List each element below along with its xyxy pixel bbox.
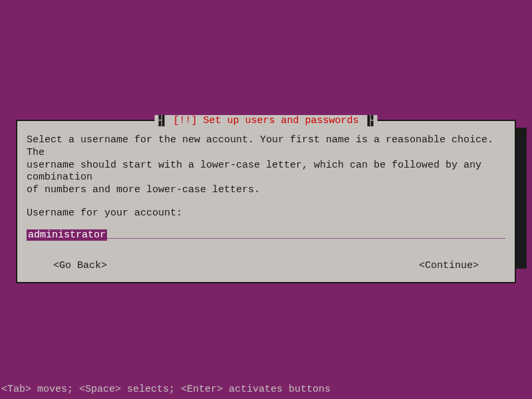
button-row: <Go Back> <Continue>: [27, 260, 505, 271]
title-border-right: ├: [368, 115, 374, 126]
dialog-title: [!!] Set up users and passwords: [170, 115, 361, 126]
statusbar: <Tab> moves; <Space> selects; <Enter> ac…: [1, 384, 331, 395]
instruction-text: Select a username for the new account. Y…: [27, 134, 505, 197]
username-input-line[interactable]: administrator __________________________…: [27, 229, 505, 241]
setup-dialog: ┤ [!!] Set up users and passwords ├ Sele…: [16, 120, 516, 283]
dialog-title-wrap: ┤ [!!] Set up users and passwords ├: [154, 115, 377, 126]
go-back-button[interactable]: <Go Back>: [53, 260, 107, 271]
username-label: Username for your account:: [27, 207, 505, 219]
input-fill: ________________________________________…: [107, 229, 505, 241]
continue-button[interactable]: <Continue>: [419, 260, 479, 271]
title-border-left: ┤: [158, 115, 164, 126]
username-input[interactable]: administrator: [27, 229, 107, 241]
